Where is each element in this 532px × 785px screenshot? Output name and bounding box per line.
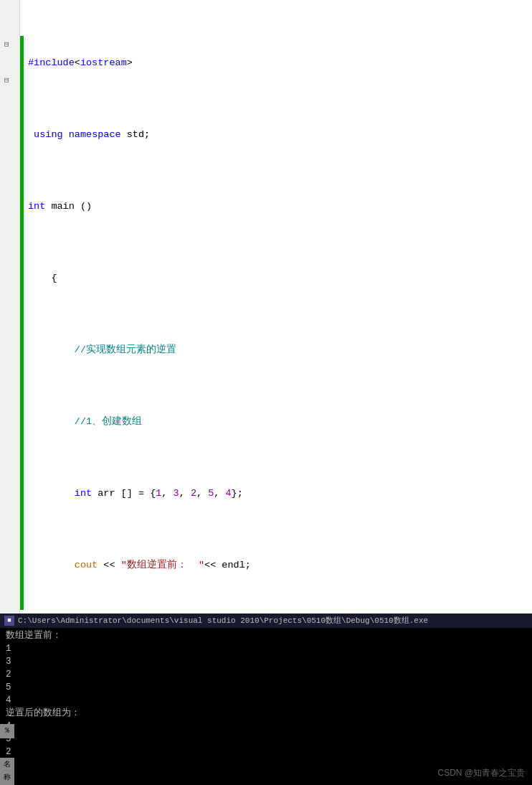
console-line-3: 2 bbox=[6, 668, 526, 681]
code-line-3: int main () bbox=[24, 197, 532, 215]
console-line-5: 4 bbox=[6, 694, 526, 707]
code-content: #include<iostream> using namespace std; … bbox=[0, 0, 532, 614]
code-editor: ⊟ ⊟ #include<iostream> using namespace s… bbox=[0, 0, 532, 614]
console-line-1: 1 bbox=[6, 642, 526, 655]
console-line-7: 4 bbox=[6, 720, 526, 733]
console-line-9: 2 bbox=[6, 746, 526, 758]
console-line-4: 5 bbox=[6, 681, 526, 694]
console-line-0: 数组逆置前： bbox=[6, 629, 526, 642]
console-line-2: 3 bbox=[6, 655, 526, 668]
console-line-8: 5 bbox=[6, 733, 526, 746]
collapse-marker-body[interactable]: ⊟ bbox=[4, 72, 9, 90]
code-line-4: { bbox=[24, 269, 532, 287]
collapse-marker-main[interactable]: ⊟ bbox=[4, 36, 9, 54]
console-content: 数组逆置前： 1 3 2 5 4 逆置后的数组为： 4 5 2 3 1 请按任意… bbox=[0, 628, 532, 785]
percent-label: % bbox=[0, 724, 14, 738]
code-line-7: int arr [] = {1, 3, 2, 5, 4}; bbox=[24, 484, 532, 502]
code-line-5: //实现数组元素的逆置 bbox=[24, 341, 532, 359]
code-line-2: using namespace std; bbox=[24, 126, 532, 144]
watermark: CSDN @知青春之宝贵 bbox=[437, 766, 525, 779]
side-label-name: 名称 bbox=[0, 758, 14, 785]
console-title: C:\Users\Administrator\documents\visual … bbox=[18, 614, 428, 627]
console-titlebar: ■ C:\Users\Administrator\documents\visua… bbox=[0, 614, 532, 628]
console-icon: ■ bbox=[4, 616, 14, 626]
line-gutter: ⊟ ⊟ bbox=[0, 0, 20, 614]
console-line-6: 逆置后的数组为： bbox=[6, 707, 526, 720]
console-area: ■ C:\Users\Administrator\documents\visua… bbox=[0, 614, 532, 785]
code-line-1: #include<iostream> bbox=[24, 54, 532, 72]
code-line-6: //1、创建数组 bbox=[24, 413, 532, 431]
code-line-8: cout << "数组逆置前： "<< endl; bbox=[24, 556, 532, 574]
green-bar bbox=[20, 36, 24, 610]
